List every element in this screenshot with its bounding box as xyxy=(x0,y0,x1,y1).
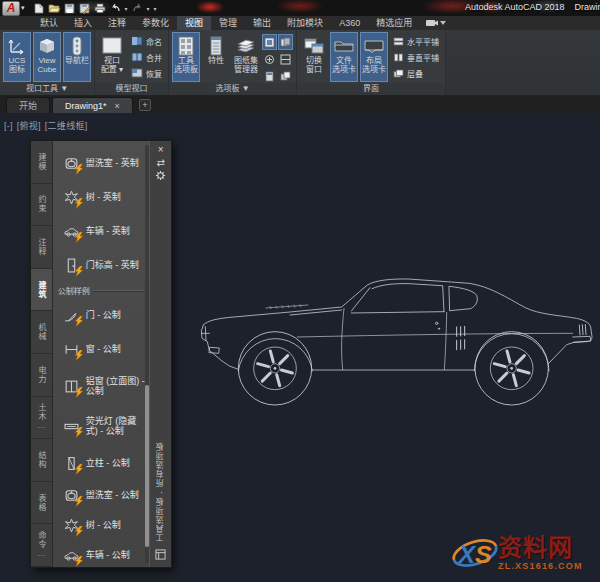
viewport-configuration-button[interactable]: 视口 配置 ▾ xyxy=(98,32,126,82)
ucs-icon-button[interactable]: UCS 图标 xyxy=(3,32,31,82)
palette-item-tree-imperial[interactable]: 树 - 英制 xyxy=(55,180,147,214)
save-as-icon[interactable] xyxy=(79,3,90,14)
watermark-site-name: 资料网 xyxy=(498,536,583,560)
palette-tab-constraints[interactable]: 约束 xyxy=(31,184,52,227)
panel-label-model-viewports[interactable]: 模型视口 xyxy=(95,83,168,95)
ribbon: UCS 图标 View Cube 导航栏 视口工具 ▼ xyxy=(0,30,600,96)
navigation-bar-button[interactable]: 导航栏 xyxy=(63,32,91,82)
panel-label-viewport-tools[interactable]: 视口工具 ▼ xyxy=(0,83,94,95)
palette-item-column-metric[interactable]: 立柱 - 公制 xyxy=(55,446,147,480)
palette-item-fluorescent-light-metric[interactable]: 荧光灯 (隐藏式) - 公制 xyxy=(55,406,147,446)
dynamic-block-bolt-icon xyxy=(74,266,84,277)
palette-tab-electrical[interactable]: 电力 xyxy=(31,354,52,397)
dynamic-block-bolt-icon xyxy=(74,198,84,209)
palette-tab-structural[interactable]: 结构 xyxy=(31,439,52,482)
autocad-logo[interactable]: A xyxy=(2,1,20,16)
drawing1-tab[interactable]: Drawing1* × xyxy=(52,97,133,113)
tab-parametric[interactable]: 参数化 xyxy=(134,16,177,30)
palette-tab-command[interactable]: 命令… xyxy=(31,524,52,567)
redo-icon[interactable] xyxy=(132,3,143,13)
panel-label-interface[interactable]: 界面 xyxy=(297,83,445,95)
new-drawing-tab-button[interactable]: + xyxy=(139,99,151,111)
ribbon-empty-area xyxy=(446,30,600,95)
open-file-icon[interactable] xyxy=(48,3,60,13)
restore-viewports-button[interactable]: 恢复 xyxy=(128,66,165,80)
plot-icon[interactable] xyxy=(94,3,106,13)
palette-title-bar[interactable]: × ⇄ 工具选项板 - 所有选项板 xyxy=(149,141,171,567)
viewcube-button[interactable]: View Cube xyxy=(33,32,61,82)
palette-tab-annotation[interactable]: 注释 xyxy=(31,226,52,269)
palette-item-window-metric[interactable]: 窗 - 公制 xyxy=(55,332,147,366)
qat-customize-icon[interactable]: ▾ xyxy=(154,5,157,12)
palette-item-door-metric[interactable]: 门 - 公制 xyxy=(55,298,147,332)
viewport-view-control[interactable]: [俯视] xyxy=(17,121,41,131)
panel-label-palettes[interactable]: 选项板 ▼ xyxy=(169,83,296,95)
count-palette-button[interactable] xyxy=(278,34,293,50)
car-wireframe-drawing[interactable] xyxy=(190,251,600,411)
watermark: XS 资料网 ZL.XS1616.COM xyxy=(446,530,598,576)
watermark-url: ZL.XS1616.COM xyxy=(498,561,583,571)
viewport-minimize-control[interactable]: [-] xyxy=(4,121,13,131)
tab-output[interactable]: 输出 xyxy=(245,16,279,30)
palette-tab-architectural[interactable]: 建筑 xyxy=(31,269,52,312)
palette-tab-modeling[interactable]: 建模 xyxy=(31,141,52,184)
dynamic-block-bolt-icon xyxy=(74,496,84,507)
new-file-icon[interactable] xyxy=(34,3,44,14)
tab-a360[interactable]: A360 xyxy=(331,16,368,30)
palette-panel-icon[interactable] xyxy=(155,546,166,564)
rear-wheel xyxy=(475,332,548,405)
blocks-palette-button[interactable] xyxy=(262,34,277,50)
join-viewports-icon xyxy=(131,52,143,62)
palette-item-washbasin-imperial[interactable]: 盥洗室 - 英制 xyxy=(55,146,147,180)
palette-item-washbasin-metric[interactable]: 盥洗室 - 公制 xyxy=(55,480,147,510)
switch-windows-button[interactable]: 切换 窗口 xyxy=(300,32,328,82)
viewport-visual-style-control[interactable]: [二维线框] xyxy=(45,121,88,131)
tool-palettes-button[interactable]: 工具 选项板 xyxy=(172,32,200,82)
close-drawing-icon[interactable]: × xyxy=(115,98,120,114)
tile-horizontally-button[interactable]: 水平平铺 xyxy=(390,34,442,48)
tile-vertically-button[interactable]: 垂直平铺 xyxy=(390,50,442,64)
properties-palette-button[interactable]: 特性 xyxy=(202,32,230,82)
dynamic-block-bolt-icon xyxy=(74,316,84,327)
redo-dropdown-icon[interactable]: ▾ xyxy=(147,5,150,12)
tab-featured-apps[interactable]: 精选应用 xyxy=(368,16,420,30)
named-viewports-button[interactable]: 命名 xyxy=(128,34,165,48)
palette-tab-civil[interactable]: 土木… xyxy=(31,397,52,440)
external-refs-button[interactable] xyxy=(278,68,293,84)
palette-properties-gear-icon[interactable] xyxy=(155,170,166,183)
ribbon-tab-bar: 默认 插入 注释 参数化 视图 管理 输出 附加模块 A360 精选应用 xyxy=(0,16,600,30)
join-viewports-button[interactable]: 合并 xyxy=(128,50,165,64)
palette-close-icon[interactable]: × xyxy=(158,144,164,157)
tab-annotate[interactable]: 注释 xyxy=(100,16,134,30)
palette-item-vehicle-metric[interactable]: 车辆 - 公制 xyxy=(55,540,147,567)
calculator-button[interactable] xyxy=(262,68,277,84)
palette-item-aluminum-window-metric[interactable]: 铝窗 (立面图) - 公制 xyxy=(55,366,147,406)
tab-insert[interactable]: 插入 xyxy=(66,16,100,30)
undo-icon[interactable] xyxy=(110,3,121,13)
palette-scrollbar-thumb[interactable] xyxy=(145,385,149,547)
palette-autohide-icon[interactable]: ⇄ xyxy=(156,157,164,170)
tab-addins[interactable]: 附加模块 xyxy=(279,16,331,30)
switch-windows-icon xyxy=(304,35,324,57)
palette-tab-tables[interactable]: 表格 xyxy=(31,482,52,525)
palette-item-door-elevation-imperial[interactable]: 门标高 - 英制 xyxy=(55,248,147,282)
tab-manage[interactable]: 管理 xyxy=(211,16,245,30)
visual-styles-button[interactable] xyxy=(278,51,293,67)
palette-item-vehicle-imperial[interactable]: 车辆 - 英制 xyxy=(55,214,147,248)
file-tabs-button[interactable]: 文件 选项卡 xyxy=(330,32,358,82)
drawing-canvas[interactable]: [-] [俯视] [二维线框] xyxy=(0,113,600,582)
start-tab[interactable]: 开始 xyxy=(6,97,50,113)
cascade-windows-button[interactable]: 层叠 xyxy=(390,66,442,80)
tab-default[interactable]: 默认 xyxy=(32,16,66,30)
sheet-set-manager-button[interactable]: 图纸集 管理器 xyxy=(232,32,260,82)
palette-tab-mechanical[interactable]: 机械 xyxy=(31,311,52,354)
layout-tabs-button[interactable]: 布局 选项卡 xyxy=(360,32,388,82)
markup-import-button[interactable] xyxy=(262,51,277,67)
tab-view[interactable]: 视图 xyxy=(177,16,211,30)
undo-dropdown-icon[interactable]: ▾ xyxy=(125,5,128,12)
performance-recorder-button[interactable] xyxy=(420,16,452,30)
panel-interface: 切换 窗口 文件 选项卡 布局 选项卡 水平平铺 xyxy=(297,30,446,95)
save-icon[interactable] xyxy=(64,3,75,14)
logo-dropdown-icon[interactable]: ▾ xyxy=(21,4,25,12)
palette-item-tree-metric[interactable]: 树 - 公制 xyxy=(55,510,147,540)
